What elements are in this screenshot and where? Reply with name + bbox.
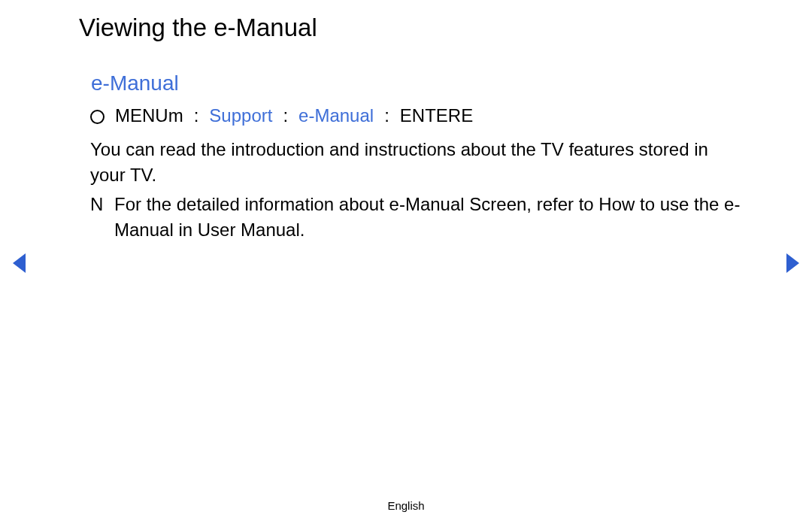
page-title: Viewing the e-Manual (79, 14, 317, 42)
nav-emanual-label: e-Manual (298, 105, 374, 126)
circle-icon (90, 110, 105, 124)
note-row: N For the detailed information about e-M… (90, 192, 767, 243)
triangle-left-icon (11, 252, 27, 274)
nav-support-label: Support (209, 105, 272, 126)
svg-marker-1 (786, 253, 799, 273)
footer-language: English (0, 499, 812, 512)
nav-menu-label: MENUm (115, 105, 183, 126)
triangle-right-icon (785, 252, 801, 274)
nav-path: MENUm : Support : e-Manual : ENTERE (90, 105, 473, 126)
nav-sep: : (283, 105, 288, 126)
section-title: e-Manual (91, 71, 179, 95)
prev-page-button[interactable] (11, 252, 27, 277)
nav-sep: : (384, 105, 389, 126)
next-page-button[interactable] (785, 252, 801, 277)
note-icon: N (90, 192, 114, 243)
nav-enter-label: ENTERE (400, 105, 473, 126)
intro-paragraph: You can read the introduction and instru… (90, 137, 744, 188)
note-text: For the detailed information about e-Man… (114, 192, 767, 243)
nav-sep: : (194, 105, 199, 126)
svg-marker-0 (13, 253, 26, 273)
